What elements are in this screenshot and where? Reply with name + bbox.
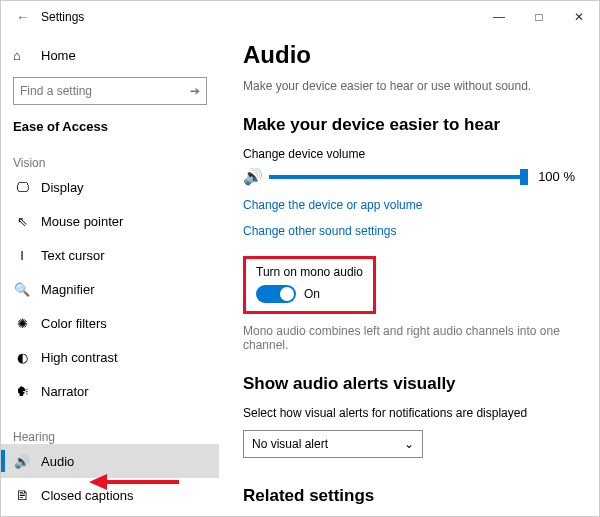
sidebar-item-mouse[interactable]: ⇖ Mouse pointer <box>1 204 219 238</box>
link-device-volume[interactable]: Change the device or app volume <box>243 198 575 212</box>
chevron-down-icon: ⌄ <box>404 437 414 451</box>
mono-audio-toggle[interactable] <box>256 285 296 303</box>
page-title: Audio <box>243 41 575 69</box>
color-filters-icon: ✺ <box>13 316 31 331</box>
back-button[interactable]: ← <box>9 9 37 25</box>
sidebar-item-textcursor[interactable]: I Text cursor <box>1 238 219 272</box>
sidebar-item-label: Mouse pointer <box>41 214 123 229</box>
mouse-icon: ⇖ <box>13 214 31 229</box>
annotation-highlight: Turn on mono audio On <box>243 256 376 314</box>
home-link[interactable]: ⌂ Home <box>13 39 207 71</box>
high-contrast-icon: ◐ <box>13 350 31 365</box>
titlebar: ← Settings — □ ✕ <box>1 1 599 33</box>
home-label: Home <box>41 48 76 63</box>
sidebar-item-label: Narrator <box>41 384 89 399</box>
speaker-icon: 🔊 <box>243 167 263 186</box>
narrator-icon: 🗣 <box>13 384 31 399</box>
maximize-button[interactable]: □ <box>519 1 559 33</box>
group-vision: Vision <box>13 156 207 170</box>
search-input[interactable]: Find a setting ➔ <box>13 77 207 105</box>
mono-audio-label: Turn on mono audio <box>256 265 363 279</box>
visual-alert-label: Select how visual alerts for notificatio… <box>243 406 575 420</box>
sidebar: ⌂ Home Find a setting ➔ Ease of Access V… <box>1 33 219 516</box>
mono-audio-hint: Mono audio combines left and right audio… <box>243 324 575 352</box>
sidebar-item-audio[interactable]: 🔊 Audio <box>1 444 219 478</box>
search-icon: ➔ <box>190 84 200 98</box>
home-icon: ⌂ <box>13 48 31 63</box>
link-other-sound[interactable]: Change other sound settings <box>243 224 575 238</box>
volume-value: 100 % <box>538 169 575 184</box>
sidebar-item-label: Audio <box>41 454 74 469</box>
section-related: Related settings <box>243 486 575 506</box>
sidebar-item-label: Closed captions <box>41 488 134 503</box>
text-cursor-icon: I <box>13 248 31 263</box>
volume-label: Change device volume <box>243 147 575 161</box>
group-hearing: Hearing <box>13 430 207 444</box>
sidebar-item-label: Text cursor <box>41 248 105 263</box>
sidebar-item-label: Color filters <box>41 316 107 331</box>
sidebar-item-label: Display <box>41 180 84 195</box>
captions-icon: 🖹 <box>13 488 31 503</box>
visual-alert-value: No visual alert <box>252 437 328 451</box>
page-subtitle: Make your device easier to hear or use w… <box>243 79 575 93</box>
audio-icon: 🔊 <box>13 454 31 469</box>
section-title: Ease of Access <box>13 119 207 134</box>
close-button[interactable]: ✕ <box>559 1 599 33</box>
sidebar-item-display[interactable]: 🖵 Display <box>1 170 219 204</box>
sidebar-item-label: High contrast <box>41 350 118 365</box>
display-icon: 🖵 <box>13 180 31 195</box>
sidebar-item-narrator[interactable]: 🗣 Narrator <box>1 374 219 408</box>
magnifier-icon: 🔍 <box>13 282 31 297</box>
search-placeholder: Find a setting <box>20 84 92 98</box>
sidebar-item-colorfilters[interactable]: ✺ Color filters <box>1 306 219 340</box>
volume-slider[interactable] <box>269 175 528 179</box>
sidebar-item-magnifier[interactable]: 🔍 Magnifier <box>1 272 219 306</box>
main-panel: Audio Make your device easier to hear or… <box>219 33 599 516</box>
section-easier-hear: Make your device easier to hear <box>243 115 575 135</box>
sidebar-item-highcontrast[interactable]: ◐ High contrast <box>1 340 219 374</box>
visual-alert-select[interactable]: No visual alert ⌄ <box>243 430 423 458</box>
sidebar-item-captions[interactable]: 🖹 Closed captions <box>1 478 219 512</box>
window-title: Settings <box>41 10 84 24</box>
section-visual-alerts: Show audio alerts visually <box>243 374 575 394</box>
mono-audio-state: On <box>304 287 320 301</box>
sidebar-item-label: Magnifier <box>41 282 94 297</box>
minimize-button[interactable]: — <box>479 1 519 33</box>
